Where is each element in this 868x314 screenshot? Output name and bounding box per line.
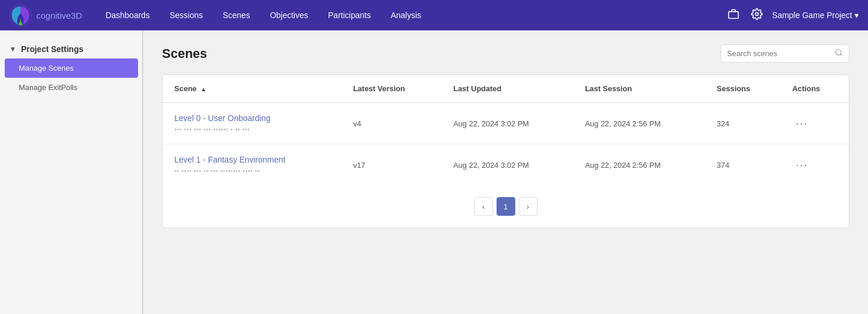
scene-id-2: •• •••• ••• •• ••• •••••••• •••• ••	[174, 167, 260, 174]
col-sessions: Sessions	[705, 75, 780, 103]
settings-icon-button[interactable]	[749, 6, 765, 25]
search-input[interactable]	[727, 49, 831, 58]
nav-link-sessions[interactable]: Sessions	[160, 7, 212, 23]
last-session-cell-2: Aug 22, 2024 2:56 PM	[573, 144, 705, 186]
table-row: Level 1 - Fantasy Environment •• •••• ••…	[163, 144, 849, 186]
actions-cell-2: ···	[780, 144, 849, 186]
pagination-prev[interactable]: ‹	[474, 197, 493, 216]
project-selector[interactable]: Sample Game Project ▾	[772, 11, 859, 20]
page-header: Scenes	[162, 44, 849, 63]
col-latest-version: Latest Version	[342, 75, 442, 103]
pagination-page-1[interactable]: 1	[497, 197, 515, 216]
pagination-next[interactable]: ›	[519, 197, 538, 216]
svg-point-4	[836, 50, 841, 55]
nav-link-objectives[interactable]: Objectives	[260, 7, 317, 23]
scene-name-link-1[interactable]: Level 0 - User Onboarding	[174, 113, 330, 123]
sidebar-item-manage-scenes[interactable]: Manage Scenes	[5, 58, 138, 78]
actions-cell-1: ···	[780, 103, 849, 144]
gear-icon	[751, 8, 763, 20]
last-session-cell-1: Aug 22, 2024 2:56 PM	[573, 103, 705, 144]
main-layout: ▼ Project Settings Manage Scenes Manage …	[0, 30, 868, 314]
briefcase-icon-button[interactable]	[725, 6, 742, 25]
version-cell-1: v4	[342, 103, 442, 144]
pagination: ‹ 1 ›	[163, 185, 849, 227]
version-cell-2: v17	[342, 144, 442, 186]
sidebar-section-label: Project Settings	[21, 44, 84, 54]
sessions-cell-1: 324	[705, 103, 780, 144]
nav-link-scenes[interactable]: Scenes	[213, 7, 260, 23]
actions-button-2[interactable]: ···	[792, 158, 811, 172]
scene-id-1: ••• ••• ••• ••• •••••• • •• •••	[174, 126, 250, 133]
logo[interactable]: cognitive3D	[9, 4, 82, 26]
last-updated-cell-2: Aug 22, 2024 3:02 PM	[442, 144, 573, 186]
briefcase-icon	[728, 8, 739, 20]
last-updated-cell-1: Aug 22, 2024 3:02 PM	[442, 103, 573, 144]
logo-icon	[9, 4, 32, 26]
nav-right: Sample Game Project ▾	[725, 6, 859, 25]
search-box	[721, 44, 849, 63]
nav-link-analysis[interactable]: Analysis	[381, 7, 430, 23]
logo-text: cognitive3D	[36, 11, 82, 20]
col-scene[interactable]: Scene ▲	[163, 75, 342, 103]
search-icon	[835, 49, 843, 58]
scene-cell-1: Level 0 - User Onboarding ••• ••• ••• ••…	[163, 103, 342, 144]
main-content: Scenes Scene ▲	[143, 30, 868, 314]
table-header-row: Scene ▲ Latest Version Last Updated Last…	[163, 75, 849, 103]
col-last-updated: Last Updated	[442, 75, 573, 103]
top-navigation: cognitive3D Dashboards Sessions Scenes O…	[0, 0, 868, 30]
svg-rect-1	[729, 11, 739, 18]
nav-links: Dashboards Sessions Scenes Objectives Pa…	[96, 7, 725, 23]
table-row: Level 0 - User Onboarding ••• ••• ••• ••…	[163, 103, 849, 144]
page-title: Scenes	[162, 46, 207, 61]
svg-line-5	[841, 54, 842, 56]
sort-arrow-icon: ▲	[201, 86, 206, 92]
col-last-session: Last Session	[573, 75, 705, 103]
sidebar-section-project-settings[interactable]: ▼ Project Settings	[0, 40, 143, 58]
chevron-down-icon: ▼	[9, 45, 16, 53]
sidebar-item-manage-exitpolls[interactable]: Manage ExitPolls	[0, 78, 143, 97]
scene-name-link-2[interactable]: Level 1 - Fantasy Environment	[174, 155, 330, 164]
sessions-cell-2: 374	[705, 144, 780, 186]
col-actions: Actions	[780, 75, 849, 103]
nav-link-dashboards[interactable]: Dashboards	[96, 7, 159, 23]
nav-link-participants[interactable]: Participants	[319, 7, 380, 23]
project-name: Sample Game Project	[772, 11, 852, 20]
chevron-down-icon: ▾	[855, 11, 859, 20]
scene-cell-2: Level 1 - Fantasy Environment •• •••• ••…	[163, 144, 342, 186]
sidebar: ▼ Project Settings Manage Scenes Manage …	[0, 30, 143, 314]
scenes-table: Scene ▲ Latest Version Last Updated Last…	[163, 75, 849, 185]
scenes-table-card: Scene ▲ Latest Version Last Updated Last…	[162, 74, 849, 228]
actions-button-1[interactable]: ···	[792, 116, 811, 131]
svg-point-3	[756, 12, 759, 15]
